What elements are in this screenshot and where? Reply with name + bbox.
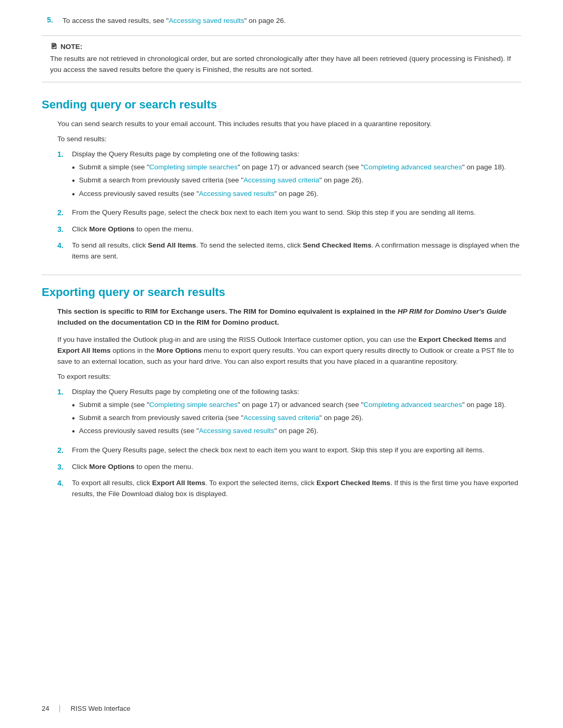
sending-step-4-content: To send all results, click Send All Item… xyxy=(72,240,521,262)
hp-rim-guide-title: HP RIM for Domino User's Guide xyxy=(398,307,507,315)
exporting-bullet-2: Submit a search from previously saved cr… xyxy=(72,413,521,424)
exporting-step-2-num: 2. xyxy=(57,445,72,456)
sending-bullet-3-text: Access previously saved results (see "Ac… xyxy=(79,189,319,200)
footer-divider xyxy=(59,705,60,712)
sending-step-1-bullets: Submit a simple (see "Completing simple … xyxy=(72,162,521,200)
sending-step-3-bold: More Options xyxy=(89,225,134,233)
sending-section-heading: Sending query or search results xyxy=(42,98,521,112)
sending-step-4-num: 4. xyxy=(57,240,72,262)
sending-step-2-num: 2. xyxy=(57,207,72,219)
exporting-step-1-num: 1. xyxy=(57,387,72,440)
export-checked-items-label: Export Checked Items xyxy=(316,479,390,487)
exporting-steps-list: 1. Display the Query Results page by com… xyxy=(57,387,521,500)
send-checked-items-label: Send Checked Items xyxy=(303,241,372,249)
sending-step-1: 1. Display the Query Results page by com… xyxy=(57,149,521,202)
export-all-items-label: Export All Items xyxy=(152,479,205,487)
exporting-step-4: 4. To export all results, click Export A… xyxy=(57,478,521,500)
note-title: 🖹 NOTE: xyxy=(50,42,513,51)
sending-step-3-num: 3. xyxy=(57,224,72,236)
exporting-step-1-content: Display the Query Results page by comple… xyxy=(72,387,521,440)
sending-step-1-num: 1. xyxy=(57,149,72,202)
sending-intro-2: To send results: xyxy=(57,134,521,145)
exporting-step-3: 3. Click More Options to open the menu. xyxy=(57,462,521,473)
step-5-number: 5. xyxy=(47,16,63,26)
exporting-step-3-content: Click More Options to open the menu. xyxy=(72,462,521,473)
sending-bullet-1-text: Submit a simple (see "Completing simple … xyxy=(79,162,506,174)
export-all-items-ref: Export All Items xyxy=(57,347,111,354)
note-text: The results are not retrieved in chronol… xyxy=(50,54,513,76)
page: 5. To access the saved results, see "Acc… xyxy=(0,0,563,728)
sending-bullet-1: Submit a simple (see "Completing simple … xyxy=(72,162,521,174)
section-divider xyxy=(42,275,521,275)
accessing-saved-criteria-link-s1[interactable]: Accessing saved criteria xyxy=(243,176,320,184)
export-intro-2: To export results: xyxy=(57,372,521,382)
step-5-text: To access the saved results, see "Access… xyxy=(63,16,286,26)
send-all-items-label: Send All Items xyxy=(148,241,197,249)
completing-simple-searches-link-s1[interactable]: Completing simple searches xyxy=(149,163,238,171)
exporting-step-2: 2. From the Query Results page, select t… xyxy=(57,445,521,456)
export-intro-1: If you have installed the Outlook plug-i… xyxy=(57,335,521,367)
sending-section: Sending query or search results You can … xyxy=(42,98,521,262)
completing-simple-searches-link-e1[interactable]: Completing simple searches xyxy=(149,401,238,409)
exporting-bullet-1: Submit a simple (see "Completing simple … xyxy=(72,400,521,411)
exporting-bullet-3: Access previously saved results (see "Ac… xyxy=(72,426,521,437)
exporting-step-1: 1. Display the Query Results page by com… xyxy=(57,387,521,440)
footer-title: RISS Web Interface xyxy=(70,705,130,712)
export-rim-note: This section is specific to RIM for Exch… xyxy=(57,306,521,328)
note-label: NOTE: xyxy=(60,43,82,51)
step-5-item: 5. To access the saved results, see "Acc… xyxy=(47,16,521,26)
exporting-step-2-content: From the Query Results page, select the … xyxy=(72,445,521,456)
sending-bullet-2: Submit a search from previously saved cr… xyxy=(72,175,521,187)
accessing-saved-criteria-link-e1[interactable]: Accessing saved criteria xyxy=(243,414,320,422)
exporting-step-1-bullets: Submit a simple (see "Completing simple … xyxy=(72,400,521,438)
exporting-bullet-2-text: Submit a search from previously saved cr… xyxy=(79,413,363,424)
footer-page-number: 24 xyxy=(42,705,49,712)
sending-step-2: 2. From the Query Results page, select t… xyxy=(57,207,521,219)
exporting-bullet-1-text: Submit a simple (see "Completing simple … xyxy=(79,400,506,411)
sending-step-1-content: Display the Query Results page by comple… xyxy=(72,149,521,202)
exporting-section-heading: Exporting query or search results xyxy=(42,286,521,299)
more-options-ref-export: More Options xyxy=(156,347,202,354)
sending-step-2-content: From the Query Results page, select the … xyxy=(72,207,521,219)
note-box: 🖹 NOTE: The results are not retrieved in… xyxy=(42,35,521,82)
exporting-step-3-num: 3. xyxy=(57,462,72,473)
accessing-saved-results-link-s1[interactable]: Accessing saved results xyxy=(199,190,275,198)
note-icon: 🖹 xyxy=(50,42,57,51)
completing-advanced-searches-link-e1[interactable]: Completing advanced searches xyxy=(363,401,462,409)
sending-intro-1: You can send search results to your emai… xyxy=(57,119,521,130)
sending-bullet-2-text: Submit a search from previously saved cr… xyxy=(79,175,363,187)
export-rim-note-text: This section is specific to RIM for Exch… xyxy=(57,306,521,328)
sending-bullet-3: Access previously saved results (see "Ac… xyxy=(72,189,521,200)
sending-step-3-content: Click More Options to open the menu. xyxy=(72,224,521,236)
sending-step-3: 3. Click More Options to open the menu. xyxy=(57,224,521,236)
exporting-step-4-num: 4. xyxy=(57,478,72,500)
exporting-step-4-content: To export all results, click Export All … xyxy=(72,478,521,500)
accessing-saved-results-link-top[interactable]: Accessing saved results xyxy=(169,17,244,24)
footer: 24 RISS Web Interface xyxy=(42,705,521,712)
completing-advanced-searches-link-s1[interactable]: Completing advanced searches xyxy=(363,163,462,171)
export-checked-items-ref: Export Checked Items xyxy=(419,336,493,343)
exporting-bullet-3-text: Access previously saved results (see "Ac… xyxy=(79,426,319,437)
exporting-section: Exporting query or search results This s… xyxy=(42,286,521,500)
exporting-step-3-bold: More Options xyxy=(89,463,134,471)
sending-step-4: 4. To send all results, click Send All I… xyxy=(57,240,521,262)
sending-steps-list: 1. Display the Query Results page by com… xyxy=(57,149,521,262)
accessing-saved-results-link-e1[interactable]: Accessing saved results xyxy=(199,427,275,435)
